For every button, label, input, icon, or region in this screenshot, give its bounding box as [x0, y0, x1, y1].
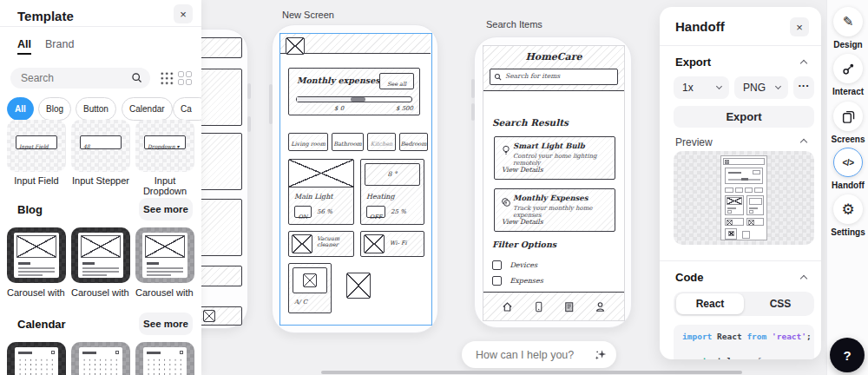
template-item-calendar[interactable] [135, 342, 194, 375]
wf-logo-image-placeholder[interactable] [286, 37, 305, 55]
code-line: const styles = { [682, 355, 806, 359]
close-icon[interactable]: × [174, 4, 193, 23]
phone-search-items[interactable]: HomeCare Search for items Search Results… [474, 36, 632, 328]
wf-heating-card[interactable]: 8 ° Heating OFF 25 % [360, 159, 424, 225]
close-icon[interactable]: × [790, 17, 809, 36]
chevron-up-icon[interactable] [800, 275, 807, 282]
handoff-tool-button[interactable]: </> [833, 148, 863, 177]
wf-bottom-nav[interactable] [483, 292, 624, 320]
design-tool-button[interactable]: ✎ [833, 7, 863, 36]
profile-icon[interactable] [594, 300, 607, 313]
wf-filter-devices[interactable]: Devices [492, 257, 537, 273]
tab-react[interactable]: React [676, 293, 744, 314]
export-button[interactable]: Export [674, 106, 814, 128]
template-item-carousel[interactable] [135, 227, 194, 283]
wf-filter-expenses[interactable]: Expenses [492, 273, 543, 288]
template-panel: Template × All Brand All Blog Button Cal… [0, 0, 201, 375]
wf-sketch-text: 48 [83, 143, 90, 149]
wf-slider-min: $ 0 [334, 105, 344, 112]
tab-css[interactable]: CSS [746, 293, 814, 314]
export-format-dropdown[interactable]: PNG [734, 76, 788, 99]
wf-search-bar[interactable]: Search for items [490, 69, 618, 85]
wf-toggle-off[interactable]: OFF [366, 206, 385, 218]
filter-chip-all[interactable]: All [7, 97, 34, 121]
tool-label: Handoff [827, 181, 868, 190]
news-icon[interactable] [562, 300, 575, 313]
wf-ac-label: A/ C [294, 299, 307, 306]
template-item-label: Carousel with ... [135, 287, 194, 298]
wf-view-details-link[interactable]: View Details [502, 219, 543, 227]
panel-title: Template [17, 9, 74, 23]
code-line [682, 343, 806, 355]
wf-checkbox[interactable] [492, 260, 502, 270]
filter-chip-cut[interactable]: Ca [173, 97, 201, 121]
wf-view-details-link[interactable]: View Details [502, 167, 543, 174]
chevron-up-icon[interactable] [800, 60, 807, 67]
template-item-calendar[interactable] [7, 342, 66, 375]
wf-app-header[interactable]: HomeCare Search for items [483, 46, 624, 91]
wf-wifi-row[interactable]: Wi- Fi [360, 231, 424, 257]
sparkle-icon[interactable] [594, 348, 607, 361]
wf-expenses-card[interactable]: Monthly expenses See all $ 0 $ 500 [288, 68, 420, 115]
filter-chip-button[interactable]: Button [76, 97, 116, 121]
template-search[interactable] [10, 68, 150, 89]
coins-icon [501, 197, 511, 207]
wf-vacuum-row[interactable]: Vacuum cleaner [288, 231, 354, 257]
filter-chip-calendar[interactable]: Calendar [122, 97, 173, 121]
settings-tool-button[interactable]: ⚙ [833, 194, 863, 224]
wf-chip-bathroom[interactable]: Bathroom [332, 133, 364, 151]
filter-chip-blog[interactable]: Blog [38, 97, 71, 121]
wf-result-desc: Control your home lighting remotely [513, 153, 615, 167]
code-section-title: Code [675, 271, 704, 284]
horizontal-scrollbar[interactable] [321, 371, 742, 374]
tab-brand[interactable]: Brand [45, 38, 74, 50]
screen-title-new-screen[interactable]: New Screen [282, 10, 334, 20]
template-item-input-field[interactable]: Input Field [7, 120, 66, 172]
chevron-up-icon[interactable] [800, 139, 807, 146]
see-more-blog-button[interactable]: See more [139, 198, 193, 220]
template-item-calendar[interactable] [71, 342, 130, 375]
wf-ac-card[interactable]: A/ C [288, 263, 332, 313]
phone-new-screen[interactable]: Monthly expenses See all $ 0 $ 500 Livin… [272, 24, 438, 333]
wf-expenses-slider[interactable] [296, 96, 412, 102]
wf-slider-max: $ 500 [396, 105, 413, 112]
wf-chip-living-room[interactable]: Living room [288, 133, 328, 151]
wf-image-placeholder[interactable] [346, 273, 371, 299]
wf-chip-bedroom[interactable]: Bedroom [399, 133, 428, 151]
screens-tool-button[interactable] [833, 102, 863, 131]
wf-chip-kitchen[interactable]: Kitchen [367, 133, 396, 151]
assistant-chat-input[interactable] [476, 341, 587, 368]
wf-see-all-button[interactable]: See all [379, 73, 414, 89]
wf-result-card[interactable]: Smart Light Bulb Control your home light… [494, 136, 615, 180]
interact-tool-button[interactable] [833, 54, 863, 83]
screen-search-items[interactable]: HomeCare Search for items Search Results… [483, 45, 625, 321]
screen-title-search-items[interactable]: Search Items [486, 19, 542, 30]
wf-checkbox[interactable] [492, 276, 502, 286]
see-more-calendar-button[interactable]: See more [139, 312, 193, 335]
export-more-button[interactable]: ··· [793, 76, 814, 99]
wf-see-all-label: See all [387, 81, 406, 88]
home-icon[interactable] [501, 300, 514, 313]
grid-view-icon[interactable] [178, 71, 192, 85]
assistant-chat-bar[interactable] [462, 341, 616, 368]
screen-new-screen[interactable]: Monthly expenses See all $ 0 $ 500 Livin… [279, 33, 432, 326]
tab-all[interactable]: All [17, 38, 31, 55]
export-scale-dropdown[interactable]: 1x [674, 76, 729, 99]
help-button[interactable]: ? [830, 338, 865, 372]
wf-main-light-card[interactable]: Main Light ON 56 % [288, 159, 354, 225]
wf-slider-handle[interactable] [351, 97, 365, 102]
template-item-carousel[interactable] [71, 227, 130, 283]
search-input[interactable] [21, 68, 125, 89]
wf-results-title: Search Results [492, 117, 569, 128]
wf-toggle-on[interactable]: ON [294, 206, 312, 218]
wf-filter-label: Expenses [510, 277, 542, 285]
grid-dense-view-icon[interactable] [160, 71, 174, 85]
template-item-input-dropdown[interactable]: Dropdown ▾ [135, 120, 194, 172]
export-section-title: Export [675, 56, 711, 69]
mobile-icon[interactable] [532, 300, 545, 313]
template-item-input-stepper[interactable]: 48 [71, 120, 130, 172]
template-item-carousel[interactable] [7, 227, 66, 283]
wf-result-card[interactable]: Monthly Expenses Track your monthly home… [494, 188, 615, 232]
bulb-icon [502, 145, 510, 156]
code-block[interactable]: import React from 'react'; const styles … [674, 325, 814, 359]
